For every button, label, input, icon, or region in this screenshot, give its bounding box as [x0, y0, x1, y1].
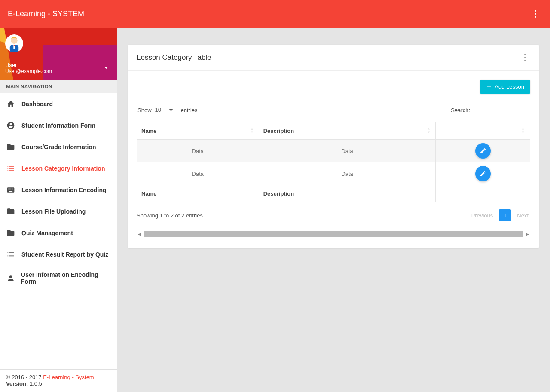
page-size-select[interactable]: 10 [155, 106, 177, 114]
user-email: User@example.com [5, 68, 112, 74]
cell-actions [436, 140, 530, 162]
plus-icon [486, 84, 492, 90]
app-title: E-Learning - SYSTEM [8, 9, 84, 18]
content-area: Lesson Category Table Add Lesson Show 10 [117, 28, 550, 392]
sidebar-item-lesson-file-uploading[interactable]: Lesson File Uploading [0, 201, 117, 222]
sidebar-item-label: Lesson Information Encoding [21, 187, 107, 193]
user-menu-toggle[interactable] [102, 64, 110, 74]
sidebar-item-label: Lesson Category Information [21, 165, 105, 172]
user-name: User [5, 62, 112, 68]
sidebar-item-label: User Information Encoding Form [21, 271, 111, 285]
cell-name: Data [137, 162, 259, 185]
sidebar-footer: © 2016 - 2017 E-Learning - System. Versi… [0, 369, 117, 392]
table-pager: Previous 1 Next [470, 209, 530, 221]
account-circle-icon [6, 121, 15, 130]
cell-actions [436, 162, 530, 185]
lesson-category-card: Lesson Category Table Add Lesson Show 10 [128, 45, 539, 248]
home-icon [6, 99, 15, 109]
page-size-control: Show 10 entries [138, 106, 198, 114]
version-value: 1.0.5 [30, 380, 42, 387]
more-vert-icon [524, 54, 526, 61]
show-label: Show [138, 107, 152, 113]
app-topbar: E-Learning - SYSTEM [0, 0, 550, 28]
copyright-prefix: © 2016 - 2017 [6, 374, 43, 380]
column-header-name[interactable]: Name [137, 122, 259, 140]
column-header-label: Description [263, 128, 294, 134]
keyboard-icon [6, 185, 15, 195]
sidebar-item-label: Lesson File Uploading [21, 208, 86, 215]
pager-prev[interactable]: Previous [470, 210, 495, 221]
sidebar-item-quiz-management[interactable]: Quiz Management [0, 222, 117, 244]
horizontal-scrollbar[interactable]: ◀ ▶ [137, 230, 530, 238]
folder-icon [6, 228, 15, 238]
table-info: Showing 1 to 2 of 2 entries [137, 212, 203, 219]
sidebar-item-course-grade-information[interactable]: Course/Grade Information [0, 136, 117, 158]
avatar [5, 34, 23, 52]
pencil-icon [480, 170, 486, 177]
chevron-down-icon [102, 64, 110, 72]
add-lesson-button-label: Add Lesson [495, 83, 524, 90]
sort-icon [250, 127, 254, 135]
sidebar-item-label: Dashboard [21, 101, 53, 107]
entries-label: entries [181, 107, 198, 113]
sidebar-item-user-information-encoding-form[interactable]: User Information Encoding Form [0, 265, 117, 291]
sidebar-item-label: Course/Grade Information [21, 144, 96, 150]
scrollbar-track [144, 231, 523, 237]
pager-page-current[interactable]: 1 [499, 209, 511, 221]
pager-next[interactable]: Next [515, 210, 530, 221]
card-body: Add Lesson Show 10 entries Search: [128, 71, 539, 248]
avatar-illustration-icon [7, 35, 21, 52]
sidebar-item-dashboard[interactable]: Dashboard [0, 93, 117, 115]
card-header: Lesson Category Table [128, 45, 539, 71]
sidebar-item-lesson-category-information[interactable]: Lesson Category Information [0, 158, 117, 179]
cell-description: Data [259, 162, 436, 185]
search-input[interactable] [474, 105, 529, 115]
scroll-right-arrow-icon: ▶ [524, 231, 530, 237]
table-footer-row: Name Description [137, 185, 530, 202]
dropdown-triangle-icon [169, 109, 173, 111]
sidebar-item-student-result-report-by-quiz[interactable]: Student Result Report by Quiz [0, 244, 117, 265]
page-title: Lesson Category Table [137, 53, 211, 62]
card-more-button[interactable] [520, 52, 530, 63]
more-vert-icon [535, 10, 536, 18]
table-row: Data Data [137, 162, 530, 185]
footer-actions [436, 185, 530, 202]
edit-row-button[interactable] [475, 143, 491, 159]
cell-description: Data [259, 140, 436, 162]
table-row: Data Data [137, 140, 530, 162]
footer-description: Description [259, 185, 436, 202]
sort-icon [521, 127, 526, 135]
sidebar-item-label: Student Information Form [21, 122, 95, 129]
search-label: Search: [451, 107, 470, 113]
column-header-description[interactable]: Description [259, 122, 436, 140]
sidebar-section-header: MAIN NAVIGATION [0, 80, 117, 93]
copyright-suffix: . [94, 374, 96, 380]
column-header-actions[interactable] [436, 122, 530, 140]
sidebar: User User@example.com MAIN NAVIGATION Da… [0, 28, 117, 392]
sort-icon [426, 127, 431, 135]
scroll-left-arrow-icon: ◀ [137, 231, 143, 237]
list-icon [6, 164, 15, 173]
cell-name: Data [137, 140, 259, 162]
footer-name: Name [137, 185, 259, 202]
add-lesson-button[interactable]: Add Lesson [480, 80, 530, 94]
column-header-label: Name [141, 128, 156, 134]
sidebar-nav: Dashboard Student Information Form Cours… [0, 93, 117, 369]
sidebar-item-label: Quiz Management [21, 230, 73, 236]
sidebar-item-label: Student Result Report by Quiz [21, 251, 108, 258]
topbar-more-button[interactable] [529, 7, 542, 21]
folder-icon [6, 207, 15, 216]
footer-brand-link[interactable]: E-Learning - System [43, 374, 94, 380]
sidebar-item-student-information-form[interactable]: Student Information Form [0, 115, 117, 136]
sidebar-item-lesson-information-encoding[interactable]: Lesson Information Encoding [0, 179, 117, 201]
folder-icon [6, 142, 15, 152]
edit-row-button[interactable] [475, 166, 491, 181]
page-size-value: 10 [155, 107, 161, 113]
lesson-category-table: Name Description [137, 122, 530, 202]
pencil-icon [480, 147, 486, 154]
list-alt-icon [6, 250, 15, 259]
table-header-row: Name Description [137, 122, 530, 140]
user-block: User User@example.com [0, 28, 117, 80]
version-label: Version: [6, 380, 28, 387]
person-icon [6, 273, 15, 283]
